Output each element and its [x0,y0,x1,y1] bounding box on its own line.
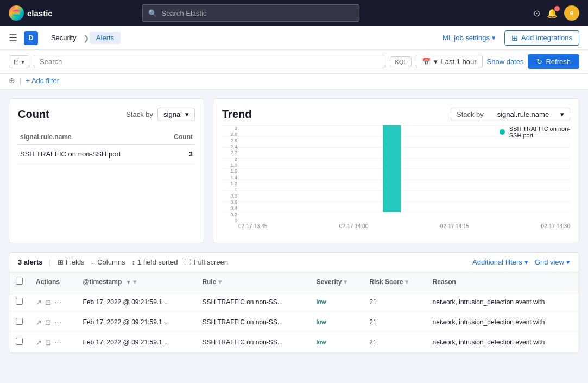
expand-icon[interactable]: ↗ [36,318,42,327]
breadcrumb-arrow: ❯ [83,34,90,42]
top-navigation: elastic 🔍 ⊙ 🔔 e [0,0,588,26]
col-risk-score[interactable]: Risk Score ▾ [363,272,426,292]
y-axis-label: 1.8 [222,162,237,168]
count-table-row: SSH TRAFFIC on non-SSH port 3 [18,145,195,164]
calendar-icon: 📅 [422,58,431,66]
help-icon[interactable]: ⊙ [533,8,540,18]
full-screen-label: Full screen [193,258,228,266]
col-severity-label: Severity [317,278,342,286]
time-range-chevron: ▾ [434,58,438,66]
expand-icon[interactable]: ↗ [36,338,42,347]
row-actions-cell: ↗ ⊡ ⋯ [29,312,77,332]
severity-badge: low [317,298,326,306]
count-stack-by-select[interactable]: signal ▾ [157,108,195,121]
expand-icon[interactable]: ↗ [36,298,42,306]
col-rule[interactable]: Rule ▾ [195,272,309,292]
chart-legend: SSH TRAFFIC on non-SSH port [500,125,570,139]
filter-icon: ⊟ [14,58,19,66]
elastic-logo-text: elastic [27,9,53,18]
more-icon[interactable]: ⋯ [54,318,61,327]
col-timestamp[interactable]: @timestamp ▼ ▾ [77,272,196,292]
timeline-icon[interactable]: ⊡ [45,298,51,306]
add-integrations-label: Add integrations [521,34,572,42]
timeline-icon[interactable]: ⊡ [45,338,51,347]
table-row: ↗ ⊡ ⋯ Feb 17, 2022 @ 09:21:59.1... SSH T… [9,312,579,332]
table-row: ↗ ⊡ ⋯ Feb 17, 2022 @ 09:21:59.1... SSH T… [9,292,579,312]
select-all-checkbox[interactable] [16,278,23,285]
refresh-button[interactable]: ↻ Refresh [528,54,579,69]
x-axis-label: 02-17 14:30 [541,223,570,229]
y-axis-label: 1.4 [222,175,237,180]
kql-badge[interactable]: KQL [390,56,412,67]
chevron-down-icon: ▾ [492,34,496,42]
filter-icon-chevron: ▾ [21,58,24,66]
row-rule: SSH TRAFFIC on non-SS... [195,332,309,353]
grid-view-label: Grid view [535,258,564,266]
add-integrations-button[interactable]: ⊞ Add integrations [504,30,579,46]
row-checkbox-cell [9,312,29,332]
search-input[interactable] [40,58,380,66]
count-stack-by-chevron: ▾ [185,110,189,118]
row-actions-cell: ↗ ⊡ ⋯ [29,292,77,312]
row-severity: low [310,292,363,312]
sorted-button[interactable]: ↕ 1 field sorted [132,258,178,266]
show-dates-button[interactable]: Show dates [487,58,524,66]
x-axis-label: 02-17 13:45 [238,223,267,229]
row-reason: network, intrusion_detection event with [426,312,579,332]
grid-view-chevron: ▾ [566,258,570,266]
count-panel-header: Count Stack by signal ▾ [18,108,195,121]
alerts-toolbar: 3 alerts | ⊞ Fields ≡ Columns ↕ 1 field … [9,253,579,272]
col-checkbox [9,272,29,292]
columns-button[interactable]: ≡ Columns [91,258,125,266]
breadcrumb-security[interactable]: Security [45,32,83,44]
search-input-wrapper[interactable] [34,55,385,68]
additional-filters-button[interactable]: Additional filters ▾ [472,258,528,266]
refresh-icon: ↻ [536,58,542,66]
full-screen-button[interactable]: ⛶ Full screen [184,258,228,266]
row-severity: low [310,312,363,332]
add-filter-link[interactable]: + Add filter [26,77,59,85]
more-icon[interactable]: ⋯ [54,298,61,306]
time-range-button[interactable]: 📅 ▾ Last 1 hour [416,55,482,68]
alerts-table: Actions @timestamp ▼ ▾ Rule ▾ Severity ▾ [9,272,579,353]
y-axis-label: 2.2 [222,150,237,155]
global-search-bar[interactable]: 🔍 [142,4,359,22]
row-timestamp: Feb 17, 2022 @ 09:21:59.1... [77,332,196,353]
fields-button[interactable]: ⊞ Fields [58,258,85,266]
fields-icon: ⊞ [58,258,64,266]
row-checkbox-2[interactable] [16,338,23,345]
col-severity[interactable]: Severity ▾ [310,272,363,292]
col-actions: Actions [29,272,77,292]
row-risk-score: 21 [363,312,426,332]
severity-filter-icon: ▾ [344,278,347,286]
additional-filters-label: Additional filters [472,258,522,266]
count-col-name: signal.rule.name [18,130,163,145]
user-avatar[interactable]: e [564,5,579,21]
timeline-icon[interactable]: ⊡ [45,318,51,327]
row-checkbox-0[interactable] [16,298,23,305]
workspace-icon[interactable]: D [24,31,38,45]
more-icon[interactable]: ⋯ [54,338,61,347]
notifications-icon[interactable]: 🔔 [547,8,558,18]
menu-icon[interactable]: ☰ [9,32,17,44]
filter-options-icon[interactable]: ⊕ [9,76,15,85]
x-axis-labels: 02-17 13:4502-17 14:0002-17 14:1502-17 1… [222,223,570,229]
y-axis-label: 0.4 [222,205,237,211]
y-axis-label: 0.6 [222,199,237,205]
count-title: Count [18,108,49,121]
breadcrumb-alerts[interactable]: Alerts [90,32,121,44]
y-axis-label: 2 [222,156,237,162]
filter-divider: | [20,77,21,85]
ml-settings-button[interactable]: ML job settings ▾ [442,34,496,42]
search-icon: 🔍 [148,9,157,17]
elastic-logo[interactable]: elastic [9,5,53,21]
trend-stack-by-select[interactable]: Stack by signal.rule.name ▾ [451,108,570,121]
trend-chart-svg [222,125,570,212]
grid-view-button[interactable]: Grid view ▾ [535,258,570,266]
row-reason: network, intrusion_detection event with [426,332,579,353]
legend-dot [500,129,505,135]
severity-badge: low [317,318,326,326]
row-checkbox-1[interactable] [16,318,23,325]
filter-icon-button[interactable]: ⊟ ▾ [9,55,29,68]
global-search-input[interactable] [161,9,353,17]
